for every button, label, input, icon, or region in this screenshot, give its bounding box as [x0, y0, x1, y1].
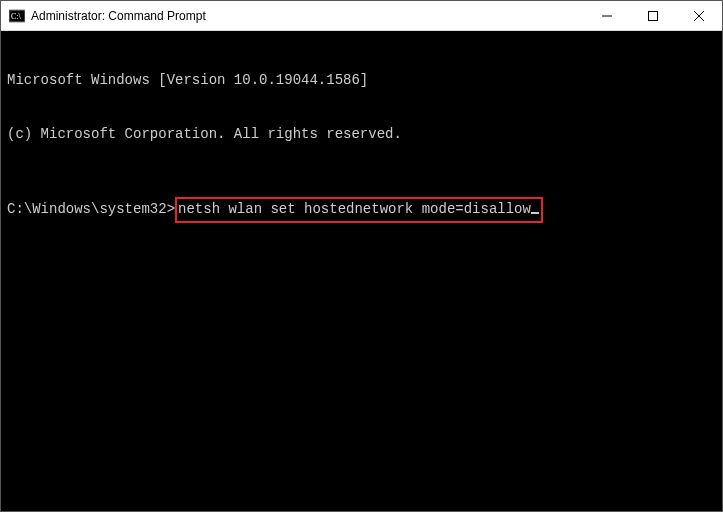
console-prompt-line: C:\Windows\system32>netsh wlan set hoste… — [7, 197, 716, 223]
console-command: netsh wlan set hostednetwork mode=disall… — [178, 201, 531, 217]
command-highlight: netsh wlan set hostednetwork mode=disall… — [175, 197, 543, 223]
window-controls — [584, 1, 722, 30]
text-cursor — [531, 212, 539, 214]
console-line-version: Microsoft Windows [Version 10.0.19044.15… — [7, 71, 716, 89]
maximize-button[interactable] — [630, 1, 676, 30]
titlebar[interactable]: C:\ Administrator: Command Prompt — [1, 1, 722, 31]
minimize-button[interactable] — [584, 1, 630, 30]
console-line-copyright: (c) Microsoft Corporation. All rights re… — [7, 125, 716, 143]
console-prompt: C:\Windows\system32> — [7, 201, 175, 217]
svg-rect-3 — [649, 11, 658, 20]
cmd-window: C:\ Administrator: Command Prompt Micros… — [0, 0, 723, 512]
svg-text:C:\: C:\ — [11, 12, 22, 21]
console-area[interactable]: Microsoft Windows [Version 10.0.19044.15… — [1, 31, 722, 511]
cmd-icon: C:\ — [9, 8, 25, 24]
close-button[interactable] — [676, 1, 722, 30]
window-title: Administrator: Command Prompt — [31, 9, 206, 23]
